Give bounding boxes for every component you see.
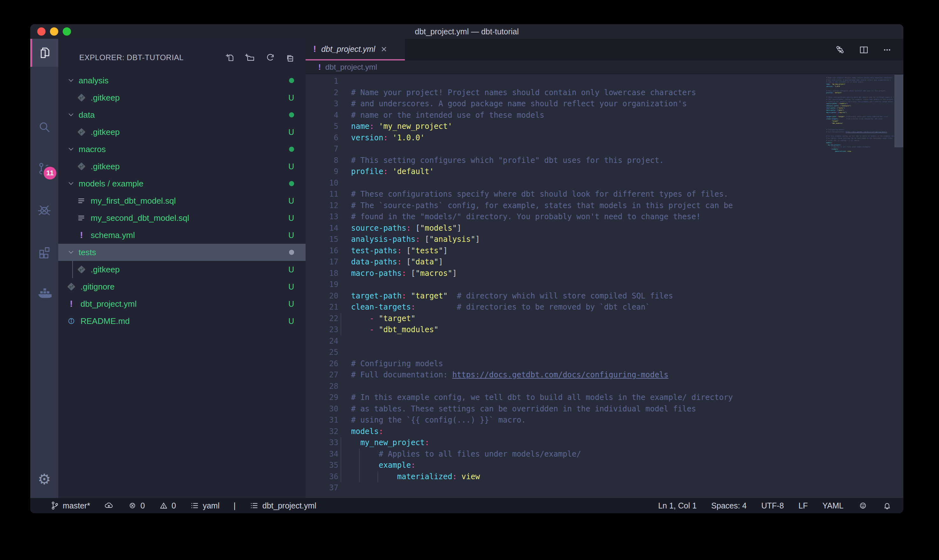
activity-item-search[interactable] <box>30 113 58 141</box>
collapse-folders-button-icon[interactable] <box>285 52 295 63</box>
status-problems-warnings[interactable]: 0 <box>159 501 176 510</box>
code-line-14[interactable]: 14source-paths: ["models"] <box>306 223 824 234</box>
line-number: 23 <box>306 324 339 336</box>
code-line-32[interactable]: 32models: <box>306 426 824 437</box>
code-line-7[interactable]: 7 <box>306 143 824 155</box>
split-editor-button-icon[interactable] <box>858 44 869 55</box>
activity-item-extensions[interactable] <box>30 237 58 265</box>
git-untracked-badge: U <box>288 265 294 274</box>
breadcrumb-item-file[interactable]: dbt_project.yml <box>325 63 377 72</box>
code-line-29[interactable]: 29# In this example config, we tell dbt … <box>306 392 824 403</box>
activity-item-debug[interactable] <box>30 196 58 224</box>
code-line-23[interactable]: 23 - "dbt_modules" <box>306 324 824 336</box>
status-eol[interactable]: LF <box>799 501 808 510</box>
tree-file--gitignore[interactable]: .gitignoreU <box>58 278 306 295</box>
status-sync[interactable] <box>104 501 114 510</box>
settings-gear-button[interactable]: ⚙ <box>30 468 58 490</box>
breadcrumb[interactable]: ! dbt_project.yml <box>306 60 904 74</box>
tree-file-my-second-dbt-model-sql[interactable]: my_second_dbt_model.sqlU <box>58 209 306 226</box>
close-tab-icon[interactable]: × <box>381 44 387 54</box>
code-line-34[interactable]: 34 # Applies to all files under models/e… <box>306 449 824 460</box>
scrollbar-thumb[interactable] <box>894 75 904 147</box>
tree-file--gitkeep[interactable]: .gitkeepU <box>58 158 306 175</box>
activity-item-docker[interactable] <box>30 279 58 307</box>
tree-file--gitkeep[interactable]: .gitkeepU <box>58 89 306 106</box>
code-line-24[interactable]: 24 <box>306 336 824 347</box>
tree-file-dbt-project-yml[interactable]: !dbt_project.ymlU <box>58 295 306 312</box>
minimap-line: version: '1.0.0' <box>825 86 894 88</box>
status-indentation[interactable]: Spaces: 4 <box>711 501 747 510</box>
minimap-line <box>825 114 894 116</box>
traffic-lights <box>37 24 71 39</box>
tree-file-readme-md[interactable]: README.mdU <box>58 312 306 330</box>
code-line-6[interactable]: 6version: '1.0.0' <box>306 132 824 144</box>
code-line-12[interactable]: 12# The `source-paths` config, for examp… <box>306 200 824 212</box>
code-line-18[interactable]: 18macro-paths: ["macros"] <box>306 268 824 279</box>
code-line-16[interactable]: 16test-paths: ["tests"] <box>306 245 824 257</box>
tree-folder-models-example[interactable]: models / example <box>58 175 306 192</box>
code-line-1[interactable]: 1 <box>306 76 824 87</box>
tree-folder-analysis[interactable]: analysis <box>58 72 306 89</box>
activity-item-source-control[interactable]: 11 <box>30 155 58 183</box>
status-feedback[interactable] <box>858 501 868 510</box>
close-window-button[interactable] <box>37 28 46 35</box>
code-line-30[interactable]: 30# as tables. These settings can be ove… <box>306 403 824 415</box>
code-line-2[interactable]: 2# Name your project! Project names shou… <box>306 87 824 98</box>
code-line-11[interactable]: 11# These configurations specify where d… <box>306 189 824 200</box>
code-line-28[interactable]: 28 <box>306 381 824 392</box>
status-git-branch[interactable]: master* <box>50 501 90 510</box>
status-problems-errors[interactable]: 0 <box>128 501 145 510</box>
new-file-button-icon[interactable] <box>225 52 236 63</box>
git-status-dot <box>289 250 294 255</box>
status-language-mode[interactable]: YAML <box>822 501 844 510</box>
code-line-10[interactable]: 10 <box>306 177 824 189</box>
new-folder-button-icon[interactable] <box>245 52 255 63</box>
code-line-31[interactable]: 31# using the `{{ config(...) }}` macro. <box>306 415 824 426</box>
more-actions-button-icon[interactable] <box>882 44 893 55</box>
tree-folder-macros[interactable]: macros <box>58 141 306 158</box>
status-notifications[interactable] <box>882 501 892 510</box>
maximize-window-button[interactable] <box>63 28 71 35</box>
docker-icon <box>37 285 52 300</box>
code-line-36[interactable]: 36 materialized: view <box>306 471 824 483</box>
tree-file--gitkeep[interactable]: .gitkeepU <box>58 261 306 278</box>
minimap-line: materialized: view <box>825 151 894 153</box>
code-line-27[interactable]: 27# Full documentation: https://docs.get… <box>306 369 824 381</box>
code-area[interactable]: 12# Name your project! Project names sho… <box>306 76 824 498</box>
refresh-explorer-button-icon[interactable] <box>265 52 275 63</box>
editor[interactable]: 12# Name your project! Project names sho… <box>306 74 904 498</box>
status-cursor-position[interactable]: Ln 1, Col 1 <box>658 501 697 510</box>
open-changes-button-icon[interactable] <box>834 44 845 55</box>
code-line-20[interactable]: 20target-path: "target" # directory whic… <box>306 291 824 302</box>
code-line-17[interactable]: 17data-paths: ["data"] <box>306 257 824 268</box>
code-line-5[interactable]: 5name: 'my_new_project' <box>306 121 824 132</box>
minimap-line: # and underscores. A good package name s… <box>825 79 894 82</box>
code-line-37[interactable]: 37 <box>306 482 824 494</box>
tree-file-schema-yml[interactable]: !schema.ymlU <box>58 226 306 244</box>
code-line-3[interactable]: 3# and underscores. A good package name … <box>306 98 824 110</box>
code-line-33[interactable]: 33 my_new_project: <box>306 437 824 449</box>
minimap[interactable]: # Name your project! Project names shoul… <box>825 75 894 498</box>
code-line-9[interactable]: 9profile: 'default' <box>306 166 824 177</box>
tree-folder-data[interactable]: data <box>58 106 306 123</box>
activity-item-explorer[interactable] <box>30 39 58 67</box>
code-line-26[interactable]: 26# Configuring models <box>306 358 824 370</box>
code-line-25[interactable]: 25 <box>306 347 824 358</box>
code-line-21[interactable]: 21clean-targets: # directories to be rem… <box>306 302 824 313</box>
code-line-8[interactable]: 8# This setting configures which "profil… <box>306 155 824 166</box>
tree-folder-tests[interactable]: tests <box>58 244 306 261</box>
code-line-15[interactable]: 15analysis-paths: ["analysis"] <box>306 234 824 245</box>
code-line-4[interactable]: 4# name or the intended use of these mod… <box>306 110 824 121</box>
code-line-19[interactable]: 19 <box>306 279 824 291</box>
minimap-line: macro-paths: ["macros"] <box>825 112 894 114</box>
status-linter-yaml[interactable]: yaml <box>190 501 220 510</box>
code-line-35[interactable]: 35 example: <box>306 460 824 471</box>
code-line-13[interactable]: 13# found in the "models/" directory. Yo… <box>306 211 824 223</box>
tab-dbt-project-yml[interactable]: ! dbt_project.yml × <box>306 39 405 60</box>
code-line-22[interactable]: 22 - "target" <box>306 313 824 325</box>
status-encoding[interactable]: UTF-8 <box>761 501 784 510</box>
tree-file-my-first-dbt-model-sql[interactable]: my_first_dbt_model.sqlU <box>58 192 306 209</box>
tree-file--gitkeep[interactable]: .gitkeepU <box>58 123 306 141</box>
minimize-window-button[interactable] <box>50 28 58 35</box>
status-linter-file[interactable]: dbt_project.yml <box>249 501 316 510</box>
